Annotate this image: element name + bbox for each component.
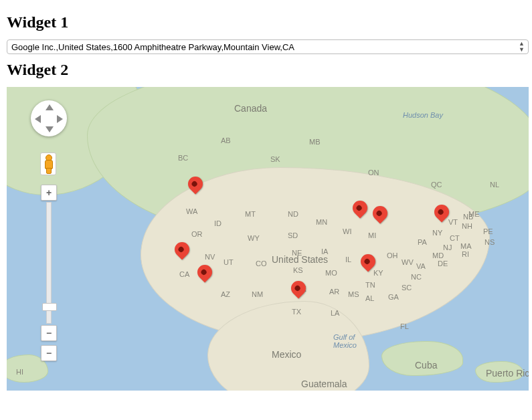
zoom-slider-track[interactable]: [46, 202, 52, 324]
zoom-out-button-1[interactable]: −: [41, 325, 57, 341]
pan-right-button[interactable]: [57, 115, 63, 123]
marker-tn[interactable]: [361, 254, 375, 278]
marker-wa[interactable]: [188, 177, 203, 201]
marker-mi[interactable]: [373, 206, 387, 230]
pan-control: [31, 100, 67, 136]
marker-wi[interactable]: [353, 201, 367, 225]
marker-ca-south[interactable]: [197, 265, 212, 289]
pan-up-button[interactable]: [46, 104, 54, 110]
map-canvas[interactable]: CanadaUnited StatesMexicoCubaGuatemalaPu…: [7, 87, 529, 391]
marker-tx[interactable]: [291, 281, 306, 305]
zoom-slider-handle[interactable]: [42, 303, 57, 311]
landmass: [475, 361, 523, 383]
zoom-control: + − −: [41, 185, 56, 361]
widget2-title: Widget 2: [7, 61, 525, 79]
pegman-icon[interactable]: [40, 152, 56, 175]
marker-ny[interactable]: [434, 205, 449, 229]
pan-left-button[interactable]: [35, 115, 41, 123]
zoom-out-button-2[interactable]: −: [41, 345, 57, 361]
address-select-wrap: Google Inc.,United States,1600 Amphithea…: [7, 39, 529, 54]
marker-ca-north[interactable]: [175, 242, 189, 266]
zoom-in-button[interactable]: +: [41, 185, 57, 201]
pan-down-button[interactable]: [46, 126, 54, 132]
landmass: [381, 341, 463, 376]
widget1-title: Widget 1: [7, 13, 525, 31]
address-select[interactable]: Google Inc.,United States,1600 Amphithea…: [7, 39, 529, 54]
